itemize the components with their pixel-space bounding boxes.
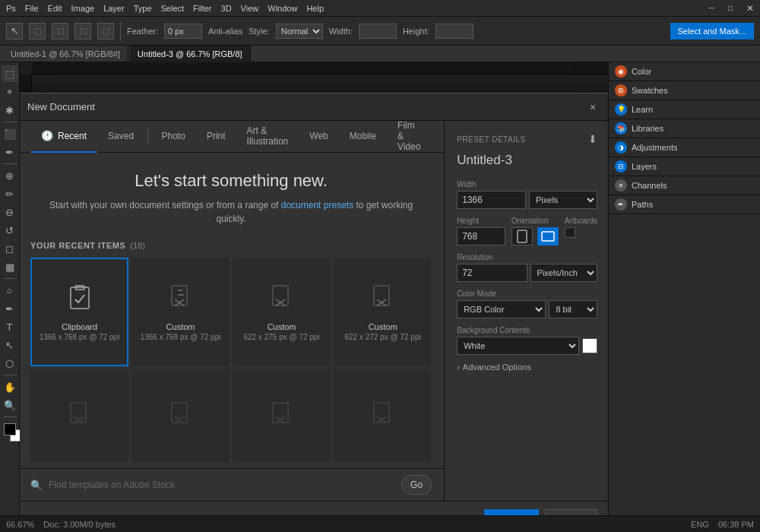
color-mode-select[interactable]: RGB Color CMYK Grayscale: [457, 300, 546, 318]
close-button[interactable]: Close: [545, 509, 597, 515]
toolbar-select-mode[interactable]: ⬚: [29, 23, 46, 40]
menu-file[interactable]: File: [25, 4, 39, 13]
feather-input[interactable]: [164, 24, 202, 39]
tab-web[interactable]: Web: [299, 121, 338, 153]
recent-item-clipboard[interactable]: Clipboard 1366 x 768 px @ 72 ppi: [30, 258, 128, 366]
height-value-input[interactable]: [457, 227, 505, 245]
menu-edit[interactable]: Edit: [48, 4, 62, 13]
landscape-button[interactable]: [537, 227, 559, 245]
tab-mobile[interactable]: Mobile: [339, 121, 387, 153]
bg-color-swatch[interactable]: [582, 338, 597, 353]
recent-item-4[interactable]: [30, 369, 128, 463]
recent-item-6[interactable]: [233, 369, 331, 463]
menu-filter[interactable]: Filter: [193, 4, 211, 13]
menu-select[interactable]: Select: [161, 4, 185, 13]
resolution-label: Resolution: [457, 253, 597, 261]
panel-color[interactable]: ◉ Color: [609, 62, 760, 81]
width-value-input[interactable]: [457, 191, 526, 209]
panel-paths[interactable]: ✒ Paths: [609, 195, 760, 214]
recent-item-1[interactable]: Custom 1366 x 768 px @ 72 ppi: [131, 258, 230, 366]
menu-window[interactable]: Window: [268, 4, 297, 13]
svg-rect-26: [542, 232, 554, 241]
window-close[interactable]: ✕: [746, 3, 754, 14]
template-search-input[interactable]: [49, 480, 395, 490]
resolution-value-input[interactable]: [457, 264, 527, 282]
menu-view[interactable]: View: [241, 4, 259, 13]
color-swatches[interactable]: [4, 423, 16, 435]
go-button[interactable]: Go: [401, 475, 432, 495]
panel-swatches[interactable]: ⊞ Swatches: [609, 81, 760, 100]
advanced-options-toggle[interactable]: › Advanced Options: [457, 363, 597, 372]
custom-doc-icon-5: [169, 401, 193, 431]
tool-magic-wand[interactable]: ✱: [2, 102, 18, 119]
toolbar-select-mode2[interactable]: ⬚: [52, 23, 68, 40]
panel-layers[interactable]: ⊟ Layers: [609, 157, 760, 176]
style-select[interactable]: Normal: [276, 24, 323, 39]
tool-zoom[interactable]: 🔍: [2, 397, 18, 413]
height-field-label: Height: [457, 217, 505, 225]
toolbar-select-mode4[interactable]: ⬚: [97, 23, 114, 40]
select-and-mask-button[interactable]: Select and Mask...: [670, 23, 755, 40]
tab-print[interactable]: Print: [196, 121, 236, 153]
preset-save-icon[interactable]: ⬇: [588, 133, 597, 145]
tool-eyedropper[interactable]: ✒: [2, 144, 18, 160]
menu-type[interactable]: Type: [134, 4, 152, 13]
resolution-unit-select[interactable]: Pixels/Inch Pixels/Cm: [530, 264, 597, 282]
panel-libraries[interactable]: 📚 Libraries: [609, 119, 760, 138]
height-input[interactable]: [435, 24, 473, 39]
tool-shape[interactable]: ⬡: [2, 355, 18, 372]
artboards-checkbox[interactable]: [565, 227, 575, 238]
tool-eraser[interactable]: ◻: [2, 240, 18, 257]
panel-adjustments[interactable]: ◑ Adjustments: [609, 138, 760, 157]
tool-marquee[interactable]: ⬚: [2, 65, 18, 82]
menu-help[interactable]: Help: [306, 4, 324, 13]
tab-art-label: Art & Illustration: [247, 125, 289, 147]
tool-pen[interactable]: ✒: [2, 300, 18, 317]
create-button[interactable]: Create: [484, 509, 539, 515]
recent-item-7[interactable]: [334, 369, 432, 463]
width-unit-select[interactable]: Pixels Inches Centimeters: [529, 191, 597, 209]
window-minimize[interactable]: ─: [709, 4, 714, 12]
menu-layer[interactable]: Layer: [103, 4, 125, 13]
tool-hand[interactable]: ✋: [2, 378, 18, 395]
tool-brush[interactable]: ✏: [2, 185, 18, 202]
document-tab-2[interactable]: Untitled-3 @ 66.7% [RGB/8]: [130, 46, 251, 62]
tool-path-select[interactable]: ↖: [2, 337, 18, 353]
bit-depth-select[interactable]: 8 bit 16 bit 32 bit: [549, 300, 597, 318]
panel-channels[interactable]: ≡ Channels: [609, 176, 760, 195]
tool-history-brush[interactable]: ↺: [2, 222, 18, 239]
menu-ps[interactable]: Ps: [6, 4, 16, 13]
menu-3d[interactable]: 3D: [221, 4, 232, 13]
dialog-close-btn[interactable]: ×: [585, 100, 600, 115]
tool-type[interactable]: T: [2, 318, 18, 335]
tool-gradient[interactable]: ▦: [2, 258, 18, 275]
tool-dodge[interactable]: ○: [2, 282, 18, 299]
bg-contents-select[interactable]: White Black Background Color Transparent: [457, 337, 579, 355]
custom-doc-icon-3: [371, 284, 395, 318]
width-input[interactable]: [359, 24, 397, 39]
recent-item-5[interactable]: [131, 369, 230, 463]
tool-sep-2: [3, 163, 17, 164]
tool-crop[interactable]: ⬛: [2, 125, 18, 142]
tab-film[interactable]: Film & Video: [387, 121, 432, 153]
recent-item-3[interactable]: Custom 622 x 272 px @ 72 ppi: [334, 258, 432, 366]
recent-item-2[interactable]: Custom 622 x 275 px @ 72 ppi: [233, 258, 331, 366]
tab-photo[interactable]: Photo: [151, 121, 196, 153]
document-tab-1[interactable]: Untitled-1 @ 66.7% [RGB/8#]: [3, 46, 128, 62]
menu-image[interactable]: Image: [71, 4, 95, 13]
tool-lasso[interactable]: ⌖: [2, 84, 18, 100]
height-orient-row: Height Orientation: [457, 217, 597, 245]
tab-recent[interactable]: 🕐 Recent: [30, 121, 97, 153]
portrait-button[interactable]: [511, 227, 533, 245]
tab-saved[interactable]: Saved: [97, 121, 144, 153]
toolbar-move-tool[interactable]: ↖: [6, 23, 23, 40]
tool-heal[interactable]: ⊕: [2, 167, 18, 184]
tab-art[interactable]: Art & Illustration: [236, 121, 299, 153]
window-maximize[interactable]: □: [728, 4, 733, 12]
tool-stamp[interactable]: ⊖: [2, 204, 18, 220]
height-field: Height: [457, 217, 505, 245]
panel-learn[interactable]: 💡 Learn: [609, 100, 760, 119]
foreground-color[interactable]: [4, 423, 16, 435]
toolbar-select-mode3[interactable]: ⬚: [74, 23, 91, 40]
document-presets-link[interactable]: document presets: [281, 200, 353, 211]
